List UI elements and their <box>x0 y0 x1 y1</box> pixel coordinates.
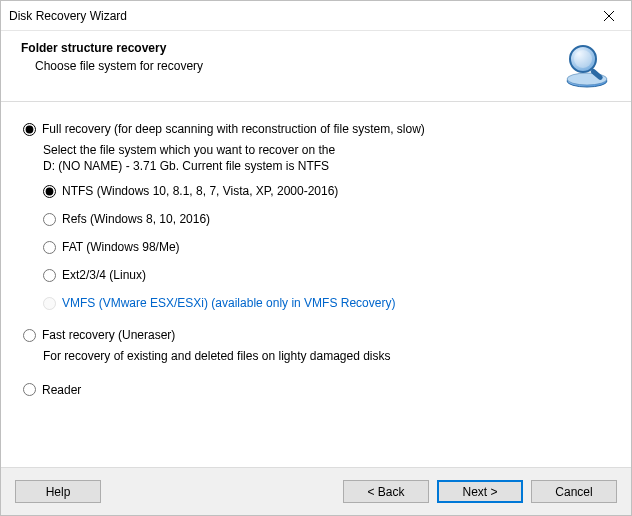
fs-vmfs-label: VMFS (VMware ESX/ESXi) (available only i… <box>62 296 395 310</box>
help-button[interactable]: Help <box>15 480 101 503</box>
wizard-content: Full recovery (for deep scanning with re… <box>1 102 631 467</box>
fs-ntfs-radio[interactable]: NTFS (Windows 10, 8.1, 8, 7, Vista, XP, … <box>43 184 609 198</box>
window-title: Disk Recovery Wizard <box>9 9 127 23</box>
mode-full-group: Full recovery (for deep scanning with re… <box>23 122 609 310</box>
fs-fat-label: FAT (Windows 98/Me) <box>62 240 180 254</box>
wizard-header: Folder structure recovery Choose file sy… <box>1 31 631 102</box>
filesystem-list: NTFS (Windows 10, 8.1, 8, 7, Vista, XP, … <box>43 184 609 310</box>
mode-reader-group: Reader <box>23 383 609 397</box>
mode-full-input[interactable] <box>23 123 36 136</box>
next-button[interactable]: Next > <box>437 480 523 503</box>
svg-point-5 <box>574 50 592 68</box>
wizard-footer: Help < Back Next > Cancel <box>1 467 631 515</box>
fs-refs-input[interactable] <box>43 213 56 226</box>
mode-fast-desc: For recovery of existing and deleted fil… <box>43 348 609 364</box>
mode-full-desc: Select the file system which you want to… <box>43 142 609 174</box>
titlebar: Disk Recovery Wizard <box>1 1 631 31</box>
mode-reader-radio[interactable]: Reader <box>23 383 609 397</box>
back-button[interactable]: < Back <box>343 480 429 503</box>
mode-fast-group: Fast recovery (Uneraser) For recovery of… <box>23 328 609 364</box>
header-subheading: Choose file system for recovery <box>35 59 203 73</box>
mode-fast-label: Fast recovery (Uneraser) <box>42 328 175 342</box>
fs-ntfs-label: NTFS (Windows 10, 8.1, 8, 7, Vista, XP, … <box>62 184 338 198</box>
close-icon <box>604 11 614 21</box>
fs-ntfs-input[interactable] <box>43 185 56 198</box>
mode-full-desc-line1: Select the file system which you want to… <box>43 142 609 158</box>
magnifier-disk-icon <box>563 41 611 89</box>
fs-vmfs-radio: VMFS (VMware ESX/ESXi) (available only i… <box>43 296 609 310</box>
header-heading: Folder structure recovery <box>21 41 203 55</box>
mode-reader-input[interactable] <box>23 383 36 396</box>
fs-fat-input[interactable] <box>43 241 56 254</box>
mode-full-desc-line2: D: (NO NAME) - 3.71 Gb. Current file sys… <box>43 158 609 174</box>
fs-ext-radio[interactable]: Ext2/3/4 (Linux) <box>43 268 609 282</box>
fs-ext-input[interactable] <box>43 269 56 282</box>
mode-fast-radio[interactable]: Fast recovery (Uneraser) <box>23 328 609 342</box>
close-button[interactable] <box>586 1 631 31</box>
header-text: Folder structure recovery Choose file sy… <box>21 41 203 73</box>
mode-full-label: Full recovery (for deep scanning with re… <box>42 122 425 136</box>
fs-refs-label: Refs (Windows 8, 10, 2016) <box>62 212 210 226</box>
fs-ext-label: Ext2/3/4 (Linux) <box>62 268 146 282</box>
fs-fat-radio[interactable]: FAT (Windows 98/Me) <box>43 240 609 254</box>
fs-vmfs-input <box>43 297 56 310</box>
cancel-button[interactable]: Cancel <box>531 480 617 503</box>
mode-fast-input[interactable] <box>23 329 36 342</box>
mode-full-radio[interactable]: Full recovery (for deep scanning with re… <box>23 122 609 136</box>
mode-reader-label: Reader <box>42 383 81 397</box>
fs-refs-radio[interactable]: Refs (Windows 8, 10, 2016) <box>43 212 609 226</box>
wizard-window: Disk Recovery Wizard Folder structure re… <box>0 0 632 516</box>
